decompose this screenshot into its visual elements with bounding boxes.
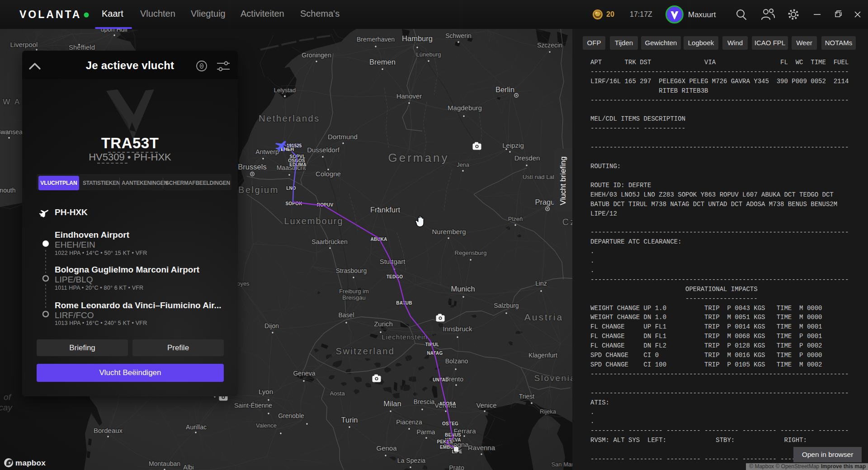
svg-text:mapbox: mapbox (15, 459, 46, 467)
